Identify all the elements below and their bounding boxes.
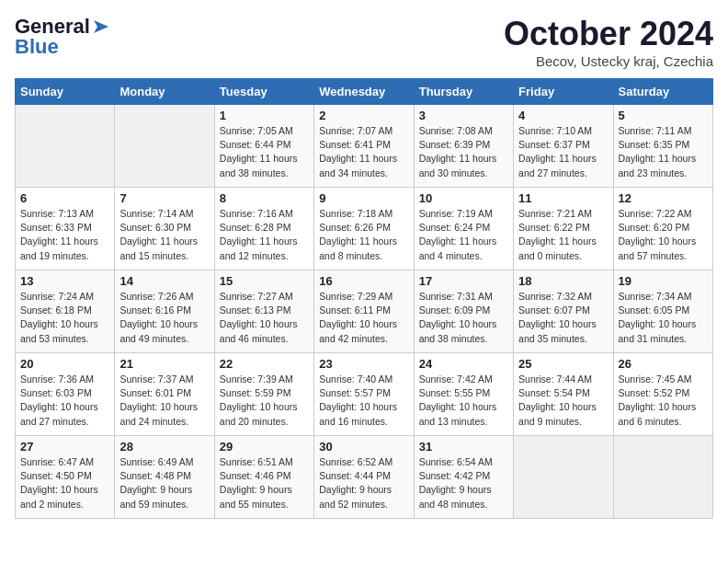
day-number: 6	[20, 191, 109, 205]
day-info: Sunrise: 7:22 AM Sunset: 6:20 PM Dayligh…	[619, 207, 708, 263]
day-number: 28	[119, 440, 209, 454]
week-row-2: 6Sunrise: 7:13 AM Sunset: 6:33 PM Daylig…	[16, 188, 713, 270]
week-row-3: 13Sunrise: 7:24 AM Sunset: 6:18 PM Dayli…	[16, 270, 713, 353]
day-cell	[16, 105, 115, 188]
day-cell: 1Sunrise: 7:05 AM Sunset: 6:44 PM Daylig…	[214, 105, 313, 188]
day-cell: 5Sunrise: 7:11 AM Sunset: 6:35 PM Daylig…	[613, 105, 712, 188]
day-info: Sunrise: 7:39 AM Sunset: 5:59 PM Dayligh…	[220, 373, 309, 429]
day-cell: 3Sunrise: 7:08 AM Sunset: 6:39 PM Daylig…	[414, 105, 513, 188]
col-tuesday: Tuesday	[214, 79, 313, 105]
day-number: 20	[20, 357, 109, 371]
day-info: Sunrise: 7:34 AM Sunset: 6:05 PM Dayligh…	[619, 290, 708, 346]
day-cell: 20Sunrise: 7:36 AM Sunset: 6:03 PM Dayli…	[16, 353, 115, 436]
day-number: 31	[419, 440, 508, 454]
day-info: Sunrise: 6:47 AM Sunset: 4:50 PM Dayligh…	[20, 455, 109, 511]
day-number: 21	[119, 357, 209, 371]
day-info: Sunrise: 7:40 AM Sunset: 5:57 PM Dayligh…	[319, 373, 408, 429]
day-cell: 24Sunrise: 7:42 AM Sunset: 5:55 PM Dayli…	[414, 353, 513, 436]
day-cell	[115, 105, 214, 188]
day-number: 1	[220, 109, 309, 122]
logo-arrow-icon	[90, 18, 110, 35]
day-info: Sunrise: 7:07 AM Sunset: 6:41 PM Dayligh…	[319, 124, 408, 180]
calendar-table: SundayMondayTuesdayWednesdayThursdayFrid…	[15, 78, 713, 519]
day-cell: 2Sunrise: 7:07 AM Sunset: 6:41 PM Daylig…	[314, 105, 414, 188]
day-cell: 11Sunrise: 7:21 AM Sunset: 6:22 PM Dayli…	[514, 188, 613, 270]
day-info: Sunrise: 6:52 AM Sunset: 4:44 PM Dayligh…	[319, 455, 408, 511]
day-cell: 25Sunrise: 7:44 AM Sunset: 5:54 PM Dayli…	[514, 353, 613, 436]
day-info: Sunrise: 7:31 AM Sunset: 6:09 PM Dayligh…	[419, 290, 508, 346]
day-cell: 18Sunrise: 7:32 AM Sunset: 6:07 PM Dayli…	[514, 270, 613, 353]
day-info: Sunrise: 7:24 AM Sunset: 6:18 PM Dayligh…	[20, 290, 109, 346]
day-cell: 14Sunrise: 7:26 AM Sunset: 6:16 PM Dayli…	[115, 270, 214, 353]
day-number: 18	[518, 274, 608, 288]
day-number: 12	[619, 191, 708, 205]
col-thursday: Thursday	[414, 79, 513, 105]
day-info: Sunrise: 7:21 AM Sunset: 6:22 PM Dayligh…	[518, 207, 608, 263]
day-number: 10	[419, 191, 508, 205]
col-friday: Friday	[514, 79, 613, 105]
day-cell: 21Sunrise: 7:37 AM Sunset: 6:01 PM Dayli…	[115, 353, 214, 436]
day-cell	[613, 436, 712, 519]
day-number: 13	[20, 274, 109, 288]
day-info: Sunrise: 7:05 AM Sunset: 6:44 PM Dayligh…	[220, 124, 309, 180]
day-cell: 16Sunrise: 7:29 AM Sunset: 6:11 PM Dayli…	[314, 270, 414, 353]
logo-blue: Blue	[15, 35, 59, 59]
day-info: Sunrise: 7:27 AM Sunset: 6:13 PM Dayligh…	[220, 290, 309, 346]
day-info: Sunrise: 7:08 AM Sunset: 6:39 PM Dayligh…	[419, 124, 508, 180]
day-number: 29	[220, 440, 309, 454]
col-saturday: Saturday	[613, 79, 712, 105]
day-cell: 7Sunrise: 7:14 AM Sunset: 6:30 PM Daylig…	[115, 188, 214, 270]
col-monday: Monday	[115, 79, 214, 105]
day-cell: 31Sunrise: 6:54 AM Sunset: 4:42 PM Dayli…	[414, 436, 513, 519]
day-cell: 10Sunrise: 7:19 AM Sunset: 6:24 PM Dayli…	[414, 188, 513, 270]
day-cell: 22Sunrise: 7:39 AM Sunset: 5:59 PM Dayli…	[214, 353, 313, 436]
calendar-subtitle: Becov, Ustecky kraj, Czechia	[504, 53, 713, 69]
week-row-4: 20Sunrise: 7:36 AM Sunset: 6:03 PM Dayli…	[16, 353, 713, 436]
day-number: 4	[518, 109, 608, 122]
day-cell: 8Sunrise: 7:16 AM Sunset: 6:28 PM Daylig…	[214, 188, 313, 270]
day-cell: 26Sunrise: 7:45 AM Sunset: 5:52 PM Dayli…	[613, 353, 712, 436]
day-cell: 30Sunrise: 6:52 AM Sunset: 4:44 PM Dayli…	[314, 436, 414, 519]
day-number: 25	[518, 357, 608, 371]
day-number: 22	[220, 357, 309, 371]
day-info: Sunrise: 7:13 AM Sunset: 6:33 PM Dayligh…	[20, 207, 109, 263]
day-info: Sunrise: 7:19 AM Sunset: 6:24 PM Dayligh…	[419, 207, 508, 263]
day-cell: 9Sunrise: 7:18 AM Sunset: 6:26 PM Daylig…	[314, 188, 414, 270]
day-info: Sunrise: 7:36 AM Sunset: 6:03 PM Dayligh…	[20, 373, 109, 429]
day-number: 8	[220, 191, 309, 205]
day-number: 26	[619, 357, 708, 371]
title-block: October 2024 Becov, Ustecky kraj, Czechi…	[504, 15, 713, 69]
day-cell: 13Sunrise: 7:24 AM Sunset: 6:18 PM Dayli…	[16, 270, 115, 353]
day-info: Sunrise: 6:49 AM Sunset: 4:48 PM Dayligh…	[119, 455, 209, 511]
day-number: 16	[319, 274, 408, 288]
day-info: Sunrise: 7:10 AM Sunset: 6:37 PM Dayligh…	[518, 124, 608, 180]
day-cell: 15Sunrise: 7:27 AM Sunset: 6:13 PM Dayli…	[214, 270, 313, 353]
day-info: Sunrise: 7:44 AM Sunset: 5:54 PM Dayligh…	[518, 373, 608, 429]
day-info: Sunrise: 6:54 AM Sunset: 4:42 PM Dayligh…	[419, 455, 508, 511]
day-number: 11	[518, 191, 608, 205]
day-number: 7	[119, 191, 209, 205]
day-info: Sunrise: 6:51 AM Sunset: 4:46 PM Dayligh…	[220, 455, 309, 511]
day-cell: 4Sunrise: 7:10 AM Sunset: 6:37 PM Daylig…	[514, 105, 613, 188]
col-sunday: Sunday	[16, 79, 115, 105]
day-cell: 23Sunrise: 7:40 AM Sunset: 5:57 PM Dayli…	[314, 353, 414, 436]
page-header: General Blue October 2024 Becov, Ustecky…	[15, 15, 713, 69]
day-number: 3	[419, 109, 508, 122]
day-info: Sunrise: 7:18 AM Sunset: 6:26 PM Dayligh…	[319, 207, 408, 263]
day-info: Sunrise: 7:42 AM Sunset: 5:55 PM Dayligh…	[419, 373, 508, 429]
day-info: Sunrise: 7:16 AM Sunset: 6:28 PM Dayligh…	[220, 207, 309, 263]
day-cell: 6Sunrise: 7:13 AM Sunset: 6:33 PM Daylig…	[16, 188, 115, 270]
day-number: 24	[419, 357, 508, 371]
calendar-title: October 2024	[504, 15, 713, 53]
day-info: Sunrise: 7:11 AM Sunset: 6:35 PM Dayligh…	[619, 124, 708, 180]
day-number: 30	[319, 440, 408, 454]
day-number: 15	[220, 274, 309, 288]
week-row-5: 27Sunrise: 6:47 AM Sunset: 4:50 PM Dayli…	[16, 436, 713, 519]
day-info: Sunrise: 7:45 AM Sunset: 5:52 PM Dayligh…	[619, 373, 708, 429]
day-info: Sunrise: 7:26 AM Sunset: 6:16 PM Dayligh…	[119, 290, 209, 346]
day-info: Sunrise: 7:32 AM Sunset: 6:07 PM Dayligh…	[518, 290, 608, 346]
day-number: 19	[619, 274, 708, 288]
day-cell: 28Sunrise: 6:49 AM Sunset: 4:48 PM Dayli…	[115, 436, 214, 519]
week-row-1: 1Sunrise: 7:05 AM Sunset: 6:44 PM Daylig…	[16, 105, 713, 188]
day-number: 23	[319, 357, 408, 371]
